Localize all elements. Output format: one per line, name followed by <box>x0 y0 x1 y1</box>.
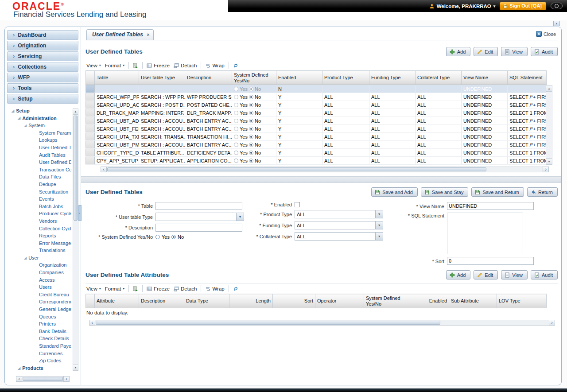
col-table[interactable]: Table <box>95 71 139 85</box>
close-control[interactable]: Close <box>536 31 556 37</box>
scroll-track[interactable] <box>107 167 543 172</box>
detach-button[interactable]: Detach <box>174 63 197 68</box>
description-field[interactable] <box>155 224 242 232</box>
save-and-return-button[interactable]: Save and Return <box>471 187 524 197</box>
col-system-defined[interactable]: System Defined Yes/No <box>364 294 410 308</box>
radio-yes[interactable] <box>155 235 160 239</box>
radio-no[interactable] <box>249 135 253 139</box>
view-name-field[interactable] <box>447 202 534 210</box>
table-row[interactable]: SEARCH_UTA_TXN SEARCH: TRANSA... TRANSAC… <box>86 133 547 141</box>
scroll-thumb[interactable] <box>107 167 486 171</box>
freeze-button[interactable]: Freeze <box>147 286 170 291</box>
radio-no[interactable] <box>171 235 176 239</box>
wrap-button[interactable]: Wrap <box>205 63 224 68</box>
save-and-stay-button[interactable]: Save and Stay <box>421 187 469 197</box>
audit-button[interactable]: Audit <box>531 47 558 56</box>
tree-item-system-parameters[interactable]: System Paramet <box>8 129 71 137</box>
enabled-checkbox[interactable] <box>295 202 300 207</box>
col-product-type[interactable]: Product Type <box>322 71 369 85</box>
wrap-button[interactable]: Wrap <box>205 286 224 291</box>
sidebar-item-setup[interactable]: Setup <box>7 94 78 104</box>
col-attribute[interactable]: Attribute <box>95 294 139 308</box>
radio-yes[interactable] <box>234 143 238 147</box>
save-and-add-button[interactable]: Save and Add <box>371 187 418 197</box>
funding-type-select[interactable]: ALL <box>295 221 383 229</box>
tree-vertical-scrollbar[interactable] <box>73 109 78 371</box>
scroll-right-button[interactable] <box>63 376 70 382</box>
signout-button[interactable]: Sign Out [QA] <box>500 2 546 10</box>
add-button[interactable]: Add <box>446 270 471 279</box>
row-selector[interactable] <box>86 93 95 101</box>
tree-item-batch-jobs[interactable]: Batch Jobs <box>8 203 71 210</box>
tree-item-credit-bureau[interactable]: Credit Bureau <box>8 291 71 299</box>
scroll-thumb[interactable] <box>23 377 63 381</box>
radio-no[interactable] <box>249 159 253 163</box>
col-data-type[interactable]: Data Type <box>184 294 229 308</box>
col-enabled[interactable]: Enabled <box>276 71 322 85</box>
tree-item-user-defined-tables[interactable]: User Defined Ta <box>8 144 71 151</box>
format-menu[interactable]: Format <box>105 63 124 68</box>
view-button[interactable]: View <box>501 270 528 279</box>
radio-yes[interactable] <box>234 135 238 139</box>
table-row[interactable]: CPY_APP_SETUP SETUP: APPLICAT... APPLICA… <box>86 157 547 165</box>
table-row[interactable]: SEARCH_UBT_FEE... SEARCH : ACCOU... BATC… <box>86 125 547 133</box>
accessibility-icon[interactable] <box>551 3 563 9</box>
radio-no[interactable] <box>249 143 253 147</box>
radio-yes[interactable] <box>234 127 238 131</box>
tree-item-organization[interactable]: Organization <box>8 261 71 269</box>
sidebar-item-wfp[interactable]: WFP <box>7 73 78 82</box>
export-button[interactable] <box>133 286 138 291</box>
tree-item-securitization[interactable]: Securitization <box>8 188 71 196</box>
tree-item-user-defined-defaults[interactable]: User Defined De <box>8 159 71 166</box>
tree-item-correspondence[interactable]: Correspondence <box>8 298 71 306</box>
product-type-select[interactable]: ALL <box>295 210 383 218</box>
tree-item-currencies[interactable]: Currencies <box>8 350 71 357</box>
tree-node-user[interactable]: User <box>8 254 71 262</box>
table-row[interactable]: SEARCH_WFP_PR... SEARCH : WFP PR... WFP … <box>86 93 547 101</box>
attributes-horizontal-scrollbar[interactable] <box>89 319 555 326</box>
table-row[interactable]: SEARCH_UBT_AD... SEARCH : ACCOU... BATCH… <box>86 117 547 125</box>
view-menu[interactable]: View <box>86 286 101 291</box>
tab-close-icon[interactable] <box>147 32 149 37</box>
col-collateral-type[interactable]: Collateral Type <box>416 71 462 85</box>
tree-item-general-ledger[interactable]: General Ledger <box>8 306 71 313</box>
scroll-down-button[interactable] <box>73 365 78 370</box>
radio-no[interactable] <box>249 111 253 115</box>
radio-yes[interactable] <box>234 159 238 163</box>
table-row[interactable]: SEARCH_UPD_AC... SEARCH : POST D... POST… <box>86 101 547 109</box>
tree-item-zip-codes[interactable]: Zip Codes <box>8 357 71 365</box>
tree-item-data-files[interactable]: Data Files <box>8 173 71 181</box>
add-button[interactable]: Add <box>446 47 471 56</box>
radio-no[interactable] <box>249 119 253 123</box>
tree-item-check-details[interactable]: Check Details <box>8 335 71 342</box>
col-lov-type[interactable]: LOV Type <box>497 294 547 308</box>
radio-no[interactable] <box>249 87 253 91</box>
table-row[interactable]: CHGOFF_TYPE_D... TABLE ATTRIBUT... DEFIC… <box>86 149 547 157</box>
view-menu[interactable]: View <box>86 63 101 68</box>
col-view-name[interactable]: View Name <box>462 71 508 85</box>
edit-button[interactable]: Edit <box>474 47 498 56</box>
col-description[interactable]: Description <box>185 71 232 85</box>
radio-yes[interactable] <box>234 111 238 115</box>
row-selector[interactable] <box>86 109 95 117</box>
row-selector[interactable] <box>86 157 95 165</box>
radio-yes[interactable] <box>234 87 238 91</box>
scroll-left-button[interactable] <box>16 376 22 382</box>
radio-yes[interactable] <box>234 103 238 107</box>
tab-user-defined-tables[interactable]: User Defined Tables <box>86 29 154 40</box>
tree-item-dedupe[interactable]: Dedupe <box>8 181 71 188</box>
tree-item-events[interactable]: Events <box>8 195 71 203</box>
col-sql-statement[interactable]: SQL Statement <box>508 71 547 85</box>
col-sort[interactable]: Sort <box>273 294 315 308</box>
edit-button[interactable]: Edit <box>474 270 498 279</box>
radio-no[interactable] <box>249 151 253 155</box>
col-description[interactable]: Description <box>139 294 184 308</box>
scroll-left-button[interactable] <box>89 320 95 326</box>
user-table-type-select[interactable] <box>155 213 244 221</box>
sql-statement-field[interactable] <box>447 213 523 254</box>
radio-yes[interactable] <box>234 95 238 99</box>
col-funding-type[interactable]: Funding Type <box>369 71 416 85</box>
scroll-up-button[interactable] <box>73 109 78 115</box>
table-field[interactable] <box>155 202 242 210</box>
freeze-button[interactable]: Freeze <box>147 63 170 68</box>
